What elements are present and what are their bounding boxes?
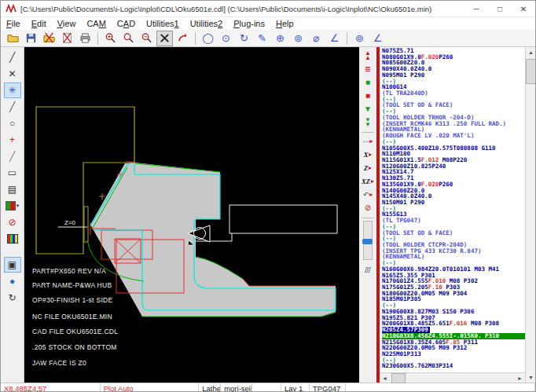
code-line[interactable]: N185M01P305 [382, 296, 525, 302]
code-line[interactable]: (TL TPG047) [382, 218, 525, 224]
trim-tool[interactable]: ✕ [4, 66, 21, 82]
canvas-label: JAW FACE IS Z0 [32, 359, 86, 367]
block-list-button[interactable]: ≣ [361, 63, 375, 75]
sphere-view-tool[interactable]: ● [4, 273, 21, 289]
maximize-button[interactable]: □ [488, 1, 512, 16]
inspect-point-button[interactable]: ⊙ [218, 31, 234, 46]
title-bar: [C:\Users\Public\Documents\i-Logic\Inplo… [1, 1, 535, 17]
menu-utilities2[interactable]: Utilities2 [185, 17, 229, 30]
horizontal-scrollbar[interactable]: ◄ ► [380, 372, 525, 383]
menu-cad[interactable]: CAD [112, 17, 141, 30]
code-line[interactable]: N150M01 P290 [382, 200, 525, 206]
speed-slider-thumb[interactable] [362, 239, 373, 244]
circle-tool[interactable]: ○ [4, 115, 21, 131]
color-swatch[interactable]: ▾ [4, 198, 21, 214]
view-cube-tool[interactable]: ▣ [4, 257, 21, 273]
close-button[interactable]: ✕ [512, 1, 535, 16]
inspect-tangent-button[interactable]: ⊚ [290, 31, 307, 46]
rectangle-tool[interactable]: ▭ [4, 165, 21, 181]
speed-slider[interactable] [361, 221, 375, 262]
axis-measure-button[interactable]: ∠ [369, 31, 386, 46]
main-toolbar: ◯⊙↻✎⊕⊚⌀∠⊚∠ [1, 30, 535, 47]
rewind-to-top-button[interactable]: ▲▲ [361, 49, 375, 61]
spare-pane-2 [346, 383, 535, 392]
inspect-draw-button[interactable]: ✎ [254, 31, 270, 46]
open-cdl-file-button[interactable] [41, 31, 57, 46]
line-endpoint-tool[interactable]: ╱ [4, 99, 21, 115]
dots-trace-button[interactable]: ⋯▸ [361, 135, 375, 147]
redraw-button[interactable] [174, 31, 191, 46]
inspect-center-button[interactable]: ⊕ [272, 31, 288, 46]
zoom-out-button[interactable] [138, 31, 155, 46]
menu-view[interactable]: View [52, 17, 82, 30]
toolbar-separator [347, 32, 347, 45]
code-line[interactable]: (ROUGH FACE LV .020 MAT'L) [382, 133, 525, 139]
z-axis-button[interactable]: Z▸ [361, 162, 375, 174]
xz-axis-button[interactable]: XZ▸ [361, 175, 375, 187]
scroll-up-arrow[interactable]: ▲ [526, 47, 536, 57]
spare-pane [252, 383, 281, 392]
tangent-line-tool[interactable]: ╱ [4, 148, 21, 164]
code-line[interactable]: N095M01 P290 [382, 72, 525, 79]
measure-grid-tool[interactable]: ▤ [4, 181, 21, 197]
code-line[interactable]: N225M01P313 [382, 351, 525, 357]
snap-point-tool[interactable]: ✳ [4, 82, 21, 98]
zoom-in-button[interactable] [102, 31, 119, 46]
point-tool[interactable]: + [4, 132, 21, 148]
code-line[interactable]: (TOOL SET OD & FACE) [382, 230, 525, 236]
nc-code-panel: ▲▲≣■■▼▼▼⋯▸X▸Z▸XZ▸↶▸⊘ʃʃʃ N075Z5.71N080G01… [359, 47, 535, 383]
erase-tool[interactable]: ⊘ [4, 214, 21, 230]
step-button[interactable]: ▼ [361, 103, 375, 115]
machine-name: mori-seiki [221, 383, 252, 392]
code-line[interactable]: (KENNAMETAL) [382, 254, 525, 260]
canvas-label: .205 STOCK ON BOTTOM [32, 343, 117, 351]
status-bar: X8.485Z4.57Plot AutoLathemori-seikiLay 1… [1, 383, 535, 392]
horizontal-scroll-thumb[interactable] [391, 373, 406, 383]
print-button[interactable] [77, 31, 94, 46]
menu-utilities1[interactable]: Utilities1 [141, 17, 185, 30]
app-icon [6, 4, 17, 13]
inspect-diameter-button[interactable]: ⌀ [308, 31, 325, 46]
vertical-scroll-thumb[interactable] [526, 59, 536, 84]
x-axis-button[interactable]: X▸ [361, 148, 375, 160]
run-button[interactable]: ■ [361, 76, 375, 88]
trace-circles-button[interactable]: ⊚ [351, 31, 368, 46]
window-title: [C:\Users\Public\Documents\i-Logic\Inplo… [20, 5, 464, 13]
zoom-extents-button[interactable] [156, 31, 173, 46]
rotate-view-tool[interactable]: ↻ [4, 290, 21, 306]
menu-edit[interactable]: Edit [26, 17, 52, 30]
menu-plug-ins[interactable]: Plug-ins [228, 17, 270, 30]
minimize-button[interactable]: ─ [464, 1, 488, 16]
inspect-angle-button[interactable]: ∠ [326, 31, 343, 46]
stop-button[interactable]: ■ [361, 90, 375, 101]
open-file-button[interactable] [5, 31, 21, 46]
zoom-window-button[interactable] [120, 31, 137, 46]
scroll-right-arrow[interactable]: ► [515, 373, 525, 383]
run-to-end-button[interactable]: ▼▼ [361, 116, 375, 128]
save-button[interactable] [23, 31, 39, 46]
plot-mode: Plot Auto [101, 383, 200, 392]
code-line[interactable]: N230G00X5.762M03P314 [382, 363, 525, 369]
scroll-left-arrow[interactable]: ◄ [380, 373, 390, 383]
datum-label: Z=0 [64, 219, 76, 226]
scroll-down-arrow[interactable]: ▼ [526, 372, 536, 383]
menu-cam[interactable]: CAM [81, 17, 111, 30]
line-tool[interactable]: ╱ [4, 49, 21, 65]
plot-canvas[interactable]: Z=0 PART#PX650 REV N/APART NAME-P&WA HUB… [24, 47, 359, 383]
menu-help[interactable]: Help [270, 17, 299, 30]
feed-marks-button[interactable]: ʃʃʃ [361, 263, 375, 275]
halt-plot-button[interactable]: ⊘ [361, 202, 375, 214]
code-line[interactable]: (TL TRA2040D) [382, 90, 525, 97]
code-line[interactable]: (TOOL SET OD & FACE) [382, 102, 525, 108]
open-nc-file-button[interactable] [59, 31, 75, 46]
layer-palette[interactable] [4, 231, 21, 247]
canvas-label: OP#30-FINISH 1-st SIDE [32, 296, 113, 304]
inspect-arc-button[interactable]: ↻ [236, 31, 252, 46]
vertical-scrollbar[interactable]: ▲ ▼ [525, 47, 535, 383]
inspect-line-button[interactable]: ◯ [200, 31, 216, 46]
menu-file[interactable]: File [1, 17, 26, 30]
nc-code-listing[interactable]: N075Z5.71N080G01X9.0F.020P260N085G00Z20.… [380, 47, 525, 372]
toolbar-separator [97, 32, 98, 45]
coordinate-readout: X8.485Z4.57 [1, 383, 101, 392]
undo-move-button[interactable]: ↶▸ [361, 189, 375, 200]
